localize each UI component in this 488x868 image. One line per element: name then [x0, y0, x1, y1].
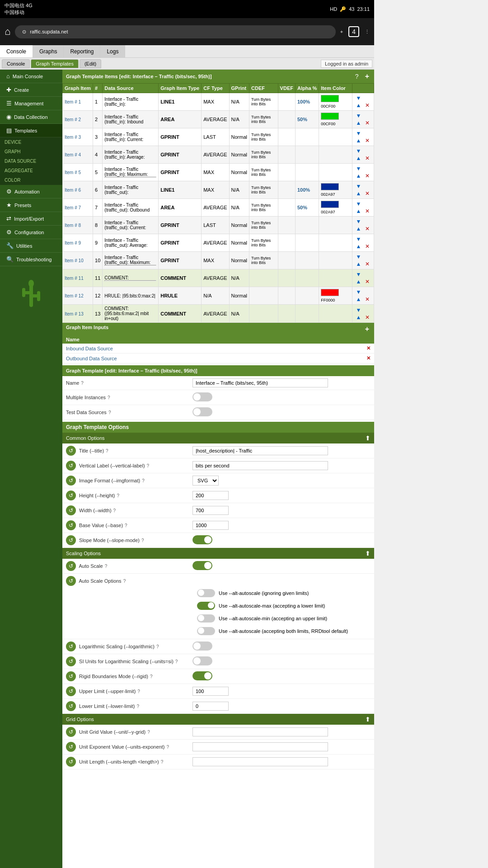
vertical-label-reset-icon[interactable]: ↺ [66, 461, 76, 471]
address-bar[interactable]: ⊙ raffic.supdata.net [15, 25, 335, 38]
collapse-grid-button[interactable]: ⬆ [365, 716, 371, 723]
sidebar-item-management[interactable]: ☰ Management [0, 97, 62, 110]
sidebar-item-troubleshooting[interactable]: 🔍 Troubleshooting [0, 253, 62, 266]
auto-scale-reset-icon[interactable]: ↺ [66, 561, 76, 571]
auto-scale-help-icon[interactable]: ? [105, 564, 108, 569]
delete-inbound-button[interactable]: ✕ [366, 345, 371, 351]
auto-scale-toggle[interactable] [192, 561, 212, 570]
base-help-icon[interactable]: ? [125, 523, 127, 528]
sidebar-item-templates[interactable]: ▤ Templates [0, 124, 62, 137]
table-row: Item # 12 [63, 287, 93, 305]
subtab-console[interactable]: Console [2, 59, 30, 68]
imgformat-select[interactable]: SVG PNG [192, 476, 219, 486]
si-units-help-icon[interactable]: ? [175, 659, 178, 664]
auto-scale-options-help-icon[interactable]: ? [123, 579, 126, 584]
unit-grid-help-icon[interactable]: ? [147, 730, 150, 735]
vertical-label-help-icon[interactable]: ? [147, 463, 150, 468]
sidebar-item-create[interactable]: ✚ Create [0, 83, 62, 97]
si-units-reset-icon[interactable]: ↺ [66, 656, 76, 666]
name-col-header: Name [62, 335, 374, 344]
imgformat-reset-icon[interactable]: ↺ [66, 476, 76, 486]
unit-length-help-icon[interactable]: ? [161, 760, 164, 764]
unit-length-reset-icon[interactable]: ↺ [66, 757, 76, 767]
subtab-edit[interactable]: (Edit) [80, 59, 101, 68]
col-cf: CF Type [202, 84, 229, 93]
delete-outbound-button[interactable]: ✕ [366, 355, 371, 361]
slope-help-icon[interactable]: ? [141, 538, 144, 543]
sidebar-item-presets[interactable]: ★ Presets [0, 198, 62, 212]
unit-exponent-reset-icon[interactable]: ↺ [66, 742, 76, 752]
base-input[interactable] [192, 521, 229, 530]
width-help-icon[interactable]: ? [113, 508, 116, 513]
height-reset-icon[interactable]: ↺ [66, 491, 76, 500]
test-data-sources-help-icon[interactable]: ? [108, 410, 111, 415]
scale-option-3-toggle[interactable] [197, 614, 215, 623]
rigid-reset-icon[interactable]: ↺ [66, 671, 76, 681]
tab-count-button[interactable]: 4 [348, 26, 359, 37]
scale-option-2-toggle[interactable] [197, 602, 215, 610]
unit-length-input[interactable] [192, 757, 328, 766]
unit-grid-input[interactable] [192, 727, 328, 736]
width-reset-icon[interactable]: ↺ [66, 505, 76, 515]
key-icon: 🔑 [340, 6, 346, 12]
height-help-icon[interactable]: ? [117, 493, 120, 498]
slope-mode-toggle[interactable] [192, 535, 212, 544]
lower-limit-help-icon[interactable]: ? [137, 704, 140, 709]
width-input[interactable] [192, 506, 229, 515]
upper-limit-input[interactable] [192, 687, 229, 696]
help-button[interactable]: ? [354, 72, 360, 81]
scale-option-4-toggle[interactable] [197, 627, 215, 635]
sidebar-item-data-collection[interactable]: ◉ Data Collection [0, 110, 62, 124]
lower-limit-input[interactable] [192, 702, 229, 711]
logarithmic-toggle[interactable] [192, 642, 212, 651]
imgformat-help-icon[interactable]: ? [142, 478, 145, 483]
base-reset-icon[interactable]: ↺ [66, 520, 76, 530]
sidebar-item-import-export[interactable]: ⇄ Import/Export [0, 212, 62, 226]
collapse-scaling-button[interactable]: ⬆ [365, 550, 371, 557]
height-input[interactable] [192, 491, 229, 500]
tab-console[interactable]: Console [0, 45, 33, 57]
rigid-help-icon[interactable]: ? [150, 674, 153, 679]
multiple-instances-value [192, 392, 371, 402]
sidebar-item-main-console[interactable]: ⌂ Main Console [0, 70, 62, 83]
upper-limit-help-icon[interactable]: ? [137, 689, 140, 694]
title-input[interactable] [192, 446, 328, 455]
upper-limit-reset-icon[interactable]: ↺ [66, 686, 76, 696]
unit-exponent-input[interactable] [192, 742, 328, 751]
sidebar-item-utilities[interactable]: 🔧 Utilities [0, 239, 62, 253]
unit-grid-reset-icon[interactable]: ↺ [66, 727, 76, 737]
add-input-button[interactable]: + [364, 325, 371, 334]
slope-reset-icon[interactable]: ↺ [66, 535, 76, 545]
hd-icon: HD [330, 6, 337, 12]
rigid-toggle[interactable] [192, 671, 212, 680]
logarithmic-help-icon[interactable]: ? [156, 644, 159, 649]
scale-option-1-toggle[interactable] [197, 589, 215, 597]
collapse-common-button[interactable]: ⬆ [365, 434, 371, 442]
name-help-icon[interactable]: ? [81, 381, 84, 386]
tab-logs[interactable]: Logs [100, 45, 125, 57]
add-tab-button[interactable]: + [340, 29, 343, 34]
home-button[interactable]: ⌂ [5, 26, 10, 38]
si-units-toggle[interactable] [192, 656, 212, 665]
tab-graphs[interactable]: Graphs [33, 45, 64, 57]
menu-button[interactable]: ⋮ [365, 29, 370, 35]
tab-reporting[interactable]: Reporting [64, 45, 100, 57]
form-row-width: ↺ Width (--width) ? [62, 503, 374, 518]
sidebar-item-configuration[interactable]: ⚙ Configuration [0, 226, 62, 239]
test-data-sources-toggle[interactable] [192, 407, 212, 416]
unit-exponent-help-icon[interactable]: ? [166, 745, 169, 750]
logarithmic-reset-icon[interactable]: ↺ [66, 642, 76, 651]
title-reset-icon[interactable]: ↺ [66, 446, 76, 456]
add-item-button[interactable]: + [364, 72, 371, 81]
lower-limit-reset-icon[interactable]: ↺ [66, 701, 76, 711]
multiple-instances-toggle[interactable] [192, 392, 212, 401]
subtab-graph-templates[interactable]: Graph Templates [31, 59, 79, 68]
management-icon: ☰ [6, 100, 12, 107]
auto-scale-options-reset-icon[interactable]: ↺ [66, 576, 76, 586]
vertical-label-input[interactable] [192, 461, 328, 470]
title-help-icon[interactable]: ? [106, 448, 108, 453]
name-input[interactable] [192, 378, 328, 387]
multiple-instances-help-icon[interactable]: ? [108, 395, 110, 400]
sidebar-item-automation[interactable]: ⚙ Automation [0, 185, 62, 198]
status-right: HD 🔑 43 23:11 [330, 6, 370, 12]
